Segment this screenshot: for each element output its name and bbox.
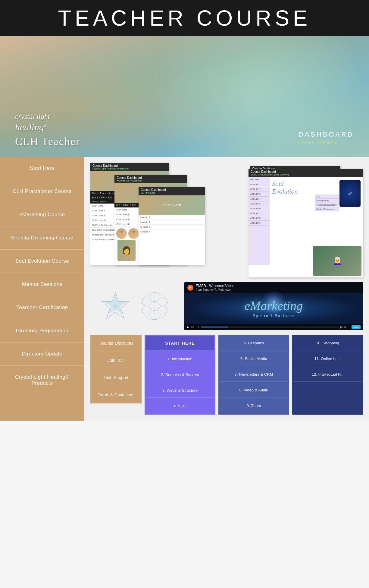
sc-deep-main-m2: Module 2 — [139, 220, 205, 225]
sidebar-item-teacher-certification[interactable]: Tearcher Certification — [0, 296, 84, 319]
page-title: TEACHER COURSE — [58, 6, 311, 30]
sidebar-item-clh-practitioner[interactable]: CLH Practitioner Course — [0, 180, 84, 203]
emarketing-sub-text: Spiritual Business — [245, 314, 303, 318]
logo-healing: healing — [15, 122, 44, 132]
soul-evo-title: Soul — [272, 180, 298, 188]
sidebar: Start Here CLH Practitioner Course eMark… — [0, 157, 84, 421]
page-header: TEACHER COURSE — [0, 0, 369, 36]
video-extra-controls[interactable]: 🔊 ⚙ ⛶ vimeo — [339, 325, 361, 329]
soul-evo-main: Soul Evolution 🧬 Joy Synchronicity Teach… — [270, 177, 363, 265]
shealla-soul-screenshots: Course Dashboard SHEALLA-DREAMING Online… — [178, 163, 363, 277]
sev-module7: MODULE 7 — [249, 211, 270, 216]
emarketing-start-here[interactable]: START HERE — [146, 336, 214, 351]
bottom-terms-conditions[interactable]: Terms & Conditions — [90, 386, 142, 403]
svg-point-10 — [142, 306, 151, 315]
sidebar-item-directory-update[interactable]: Directory Update — [0, 343, 84, 366]
video-controls[interactable]: ▶ 00:31 🔊 ⚙ ⛶ vimeo — [187, 325, 361, 329]
video-progress-fill — [201, 327, 228, 327]
sc-header-text: Course Dashboard — [92, 164, 167, 167]
person-photo-placeholder: 👩 — [117, 240, 136, 261]
clh-screenshot-stack: Course Dashboard Crystal Light Healing® … — [90, 163, 175, 277]
hero-dashboard-info: DASHBOARD Online Learning — [299, 131, 354, 145]
video-play-icon: ▶ — [187, 285, 193, 291]
sc-nested-header: Course Dashboard Anonymous Practitioner — [114, 175, 187, 183]
video-main-area: eMarketing Spiritual Business — [184, 293, 363, 324]
video-timestamp: 00:31 — [191, 326, 199, 329]
clh-deepest-screenshot: Course Dashboard CLH Modules CLH Level I… — [139, 187, 205, 265]
sev-module8: MODULE 8 — [249, 216, 270, 221]
sc-deep-main-logo: CLH Level III — [162, 203, 181, 207]
emarketing-video-audio[interactable]: 8. Video & Audio — [220, 383, 288, 397]
bottom-tech-support[interactable]: Tech Support — [90, 369, 142, 386]
bottom-right-menu: 5. Graphics 6. Social Media 7. Newslette… — [218, 335, 289, 415]
sc-deep-main-m3: Module 3 — [139, 225, 205, 229]
sidebar-item-emarketing[interactable]: eMarketing Course — [0, 203, 84, 226]
sev-sub-sync: Synchronicity — [315, 199, 339, 203]
fullscreen-icon[interactable]: ⛶ — [348, 326, 350, 329]
sidebar-item-soul-evolution[interactable]: Soul Evolution Course — [0, 250, 84, 273]
sc-deep-main-m4: Module 4 — [139, 229, 205, 234]
emarketing-domains[interactable]: 2. Domains & Servers — [146, 368, 214, 382]
sidebar-item-start-here[interactable]: Start Here — [0, 157, 84, 180]
metatrons-cube-icon — [139, 291, 170, 321]
emarketing-newsletters[interactable]: 7. Newsletters & CRM — [220, 367, 288, 382]
main-content: Start Here CLH Practitioner Course eMark… — [0, 157, 369, 421]
svg-point-11 — [158, 306, 167, 315]
dashboard-sublabel: Online Learning — [299, 140, 354, 145]
logo-crystal-light: crystal light — [15, 112, 50, 120]
sev-start: Start Here — [249, 177, 270, 182]
settings-icon[interactable]: ⚙ — [344, 326, 346, 329]
bottom-teacher-discounts[interactable]: Teacher Discounts — [90, 335, 142, 352]
soul-evo-content: Start Here MODULE 1 MODULE 2 MODULE 3 MO… — [249, 177, 363, 265]
video-person-image: 👩‍🦳 — [313, 246, 361, 276]
emarketing-online-learning[interactable]: 11. Online Le... — [293, 352, 362, 366]
sc-subheader-text: Crystal Light Healing® Practitioner — [92, 167, 167, 170]
sev-sub-joy: Joy — [315, 194, 339, 199]
crystal-icon-area — [90, 282, 180, 330]
badge-2: 🏅 — [128, 228, 139, 239]
emarketing-intellectual[interactable]: 12. Intellectual P... — [293, 367, 362, 382]
video-progress-bar[interactable] — [201, 327, 338, 327]
video-title-text: EMSB - Welcome Video — [196, 284, 234, 288]
hero-banner: crystal light healing® CLH Teacher DASHB… — [0, 36, 369, 157]
sev-module5: MODULE 5 — [249, 201, 270, 206]
sev-module1: MODULE 1 — [249, 182, 270, 187]
dna-visual: 🧬 — [339, 180, 361, 207]
emarketing-main-text: eMarketing — [245, 299, 303, 313]
video-sc-person: 👩‍🦳 — [313, 246, 361, 276]
sidebar-item-shealla-dreaming[interactable]: Shealla-Dreaming Course — [0, 226, 84, 250]
emarketing-social-media[interactable]: 6. Social Media — [220, 352, 288, 366]
sidebar-item-clh-products[interactable]: Crystal Light Healing® Products — [0, 366, 84, 395]
bottom-join-iict[interactable]: Join IICT — [90, 352, 142, 369]
soul-evo-text-area: Soul Evolution — [272, 180, 298, 195]
dashboard-label: DASHBOARD — [299, 131, 354, 138]
video-footer[interactable]: ▶ 00:31 🔊 ⚙ ⛶ vimeo — [184, 324, 363, 330]
bottom-far-right-menu: 10. Shopping 11. Online Le... 12. Intell… — [292, 335, 363, 415]
emarketing-shopping[interactable]: 10. Shopping — [293, 336, 362, 350]
hero-logo-text: crystal light healing® — [15, 111, 354, 133]
screenshots-top-row: Course Dashboard Crystal Light Healing® … — [90, 163, 363, 277]
emarketing-zoom[interactable]: 9. Zoom — [220, 399, 288, 413]
emarketing-graphics[interactable]: 5. Graphics — [220, 336, 288, 350]
volume-icon[interactable]: 🔊 — [339, 326, 343, 329]
emarketing-video-player[interactable]: ▶ EMSB - Welcome Video from Simone M. Ma… — [184, 282, 363, 330]
sev-module9: MODULE 9 — [249, 221, 270, 226]
sidebar-item-mentor-sessions[interactable]: Mentor Sessions — [0, 273, 84, 296]
sidebar-item-directory-registration[interactable]: Directory Registration — [0, 319, 84, 343]
soul-evo-sidebar: Start Here MODULE 1 MODULE 2 MODULE 3 MO… — [249, 177, 270, 265]
sev-sub-student: Student Resources — [315, 207, 339, 211]
sev-sub-teach-reg: Teaching Registration — [315, 203, 339, 207]
bottom-middle-menu: START HERE 1. Introduction 2. Domains & … — [145, 335, 215, 415]
emarketing-introduction[interactable]: 1. Introduction — [146, 352, 214, 366]
sc-deep-header-main: Course Dashboard CLH Modules — [139, 187, 205, 195]
bottom-left-menu: Teacher Discounts Join IICT Tech Support… — [90, 335, 142, 415]
soul-evo-subtitle: Evolution — [272, 188, 298, 195]
video-title-area: EMSB - Welcome Video from Simone M. Matt… — [196, 284, 234, 291]
emarketing-text-overlay: eMarketing Spiritual Business — [245, 299, 303, 318]
video-play-button[interactable]: ▶ — [187, 325, 189, 329]
vimeo-badge: vimeo — [352, 325, 361, 329]
sev-module4: MODULE 4 — [249, 197, 270, 201]
sc-deep-main-hero: CLH Level III — [139, 195, 205, 215]
emarketing-seo[interactable]: 4. SEO — [146, 399, 214, 413]
emarketing-website-structure[interactable]: 3. Website Structure — [146, 383, 214, 398]
